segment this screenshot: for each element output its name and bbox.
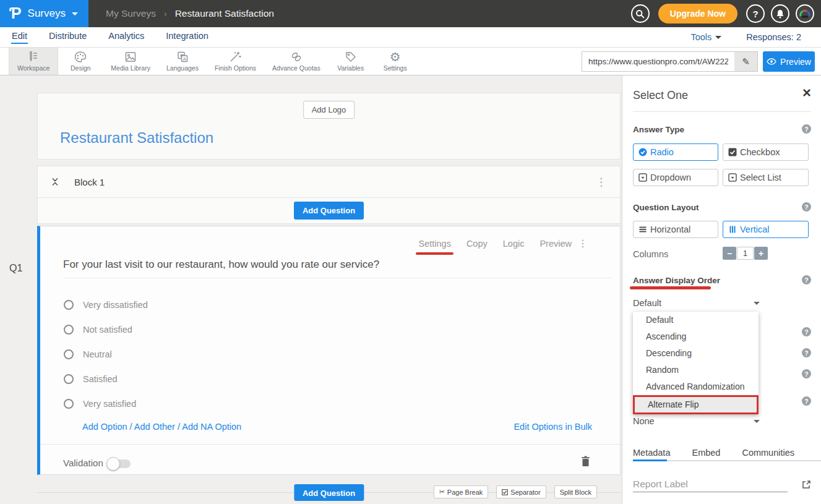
add-na-option-link[interactable]: Add NA Option	[182, 422, 241, 432]
columns-increment-button[interactable]: +	[754, 247, 768, 260]
block-title[interactable]: Block 1	[74, 177, 105, 187]
question-tab-preview[interactable]: Preview	[539, 239, 572, 249]
add-option-link[interactable]: Add Option	[82, 422, 127, 432]
answer-option[interactable]: Very dissatisfied	[64, 293, 148, 317]
toolbar-item-workspace[interactable]: Workspace	[9, 48, 58, 75]
menu-item-advanced-randomization[interactable]: Advanced Randomization	[633, 378, 759, 395]
expand-icon[interactable]	[801, 480, 811, 490]
answer-option[interactable]: Very satisfied	[64, 391, 148, 416]
add-question-button-bottom[interactable]: Add Question	[294, 484, 364, 501]
search-button[interactable]	[631, 4, 650, 23]
split-block-button[interactable]: Split Block	[554, 485, 597, 498]
setting-help-icon[interactable]: ?	[802, 327, 811, 336]
toolbar-item-settings[interactable]: ⚙ Settings	[373, 48, 418, 75]
tools-menu[interactable]: Tools	[690, 32, 721, 42]
columns-decrement-button[interactable]: −	[723, 247, 736, 260]
setting-help-icon[interactable]: ?	[802, 369, 811, 378]
breadcrumb-parent[interactable]: My Surveys	[106, 8, 156, 19]
product-switcher[interactable]: Ƥ Surveys	[0, 0, 88, 27]
radio-icon[interactable]	[64, 399, 74, 409]
answer-type-help-icon[interactable]: ?	[802, 124, 811, 134]
toolbar-item-advance-quotas[interactable]: Advance Quotas	[264, 48, 329, 75]
panel-tab-embed[interactable]: Embed	[692, 448, 720, 458]
question-tab-logic[interactable]: Logic	[503, 239, 525, 249]
option-label[interactable]: Satisfied	[83, 374, 118, 384]
radio-icon[interactable]	[64, 300, 74, 310]
answer-option[interactable]: Not satisfied	[64, 317, 148, 342]
select-caret-icon[interactable]	[754, 420, 760, 423]
notifications-button[interactable]	[771, 4, 789, 23]
workspace-icon	[27, 51, 40, 63]
layout-vertical[interactable]: Vertical	[723, 221, 809, 238]
answer-type-select-list[interactable]: Select List	[723, 169, 809, 186]
panel-tab-metadata[interactable]: Metadata	[633, 448, 670, 458]
radio-icon[interactable]	[64, 374, 74, 384]
question-tab-copy[interactable]: Copy	[466, 239, 488, 249]
separator-label: Separator	[510, 489, 540, 496]
tools-label: Tools	[690, 32, 711, 42]
report-label-input[interactable]	[633, 476, 788, 492]
separator-button[interactable]: Separator	[496, 485, 546, 498]
radio-icon[interactable]	[64, 349, 74, 359]
radio-icon[interactable]	[64, 325, 74, 335]
setting-help-icon[interactable]: ?	[802, 396, 811, 406]
preview-button[interactable]: Preview	[763, 51, 815, 72]
menu-item-random[interactable]: Random	[633, 362, 759, 378]
option-label[interactable]: Not satisfied	[83, 325, 132, 335]
setting-help-icon[interactable]: ?	[802, 348, 811, 357]
answer-type-radio[interactable]: Radio	[633, 143, 718, 161]
question-tab-settings[interactable]: Settings	[418, 239, 450, 249]
validation-toggle[interactable]	[108, 459, 131, 468]
gear-icon: ⚙	[390, 51, 401, 63]
close-icon[interactable]: ×	[802, 85, 811, 100]
secondary-select[interactable]: None	[633, 416, 655, 426]
help-button[interactable]: ?	[746, 4, 765, 23]
option-label[interactable]: Very satisfied	[83, 399, 136, 409]
toolbar-item-media-library[interactable]: Media Library	[103, 48, 158, 75]
edit-url-icon[interactable]: ✎	[734, 52, 757, 71]
page-break-button[interactable]: ✂ Page Break	[434, 485, 489, 498]
option-label[interactable]: Very dissatisfied	[83, 300, 148, 310]
answer-type-checkbox[interactable]: Checkbox	[723, 143, 809, 161]
avatar-gauge-icon	[799, 9, 810, 19]
survey-title[interactable]: Restaurant Satisfaction	[60, 129, 213, 147]
toolbar-item-finish-options[interactable]: Finish Options	[207, 48, 264, 75]
delete-question-icon[interactable]	[581, 456, 590, 467]
edit-options-in-bulk-link[interactable]: Edit Options in Bulk	[514, 422, 592, 432]
tab-integration[interactable]: Integration	[165, 29, 209, 45]
menu-item-descending[interactable]: Descending	[633, 345, 759, 362]
tab-edit[interactable]: Edit	[11, 29, 28, 45]
collapse-block-icon[interactable]	[51, 177, 59, 187]
question-mark-icon: ?	[752, 9, 758, 19]
menu-item-alternate-flip[interactable]: Alternate Flip	[633, 395, 759, 414]
tab-analytics[interactable]: Analytics	[108, 29, 145, 45]
question-kebab-menu-icon[interactable]: ⋮	[578, 237, 588, 249]
account-avatar[interactable]	[796, 4, 814, 23]
add-other-link[interactable]: Add Other	[134, 422, 175, 432]
answer-option[interactable]: Neutral	[64, 342, 148, 367]
toolbar-item-variables[interactable]: Variables	[329, 48, 373, 75]
tab-distribute[interactable]: Distribute	[48, 29, 87, 45]
add-logo-button[interactable]: Add Logo	[303, 101, 355, 119]
menu-item-ascending[interactable]: Ascending	[633, 328, 759, 345]
add-question-button[interactable]: Add Question	[294, 202, 364, 220]
layout-horizontal[interactable]: Horizontal	[633, 221, 718, 238]
menu-item-default[interactable]: Default	[633, 312, 759, 328]
select-caret-icon[interactable]	[754, 302, 760, 305]
question-text[interactable]: For your last visit to our restaurant, h…	[63, 258, 379, 271]
answer-type-dropdown[interactable]: Dropdown	[633, 169, 718, 186]
answer-display-order-select[interactable]: Default	[633, 298, 661, 308]
toolbar-item-languages[interactable]: ✱ A Languages	[158, 48, 207, 75]
answer-display-order-help-icon[interactable]: ?	[802, 275, 811, 284]
block-kebab-menu-icon[interactable]: ⋮	[596, 177, 606, 187]
upgrade-now-button[interactable]: Upgrade Now	[658, 4, 737, 23]
question-layout-help-icon[interactable]: ?	[802, 202, 811, 211]
toolbar-item-design[interactable]: Design	[58, 48, 103, 75]
panel-tab-communities[interactable]: Communities	[742, 448, 794, 458]
answer-type-option-label: Select List	[740, 173, 781, 182]
answer-option[interactable]: Satisfied	[64, 367, 148, 391]
survey-url-input[interactable]	[582, 52, 734, 71]
responses-count[interactable]: Responses: 2	[746, 32, 801, 42]
columns-value-input[interactable]	[737, 247, 754, 260]
option-label[interactable]: Neutral	[83, 349, 112, 359]
